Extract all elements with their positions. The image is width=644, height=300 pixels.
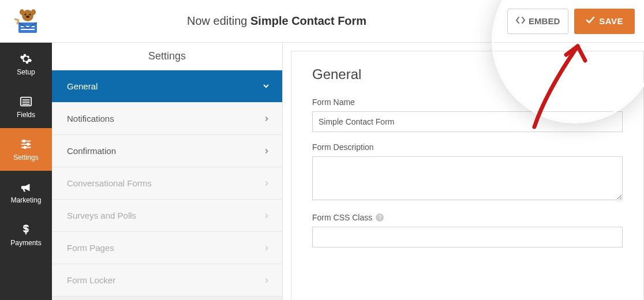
chevron-right-icon: [264, 114, 269, 123]
settings-item-general[interactable]: General: [52, 70, 282, 103]
form-css-class-label: Form CSS Class ?: [312, 213, 623, 222]
svg-point-5: [29, 13, 31, 15]
nav-item-settings[interactable]: Settings: [0, 128, 52, 171]
save-button[interactable]: SAVE: [574, 9, 635, 34]
svg-rect-1: [21, 26, 35, 27]
header-actions: EMBED SAVE: [507, 9, 635, 34]
svg-point-4: [25, 13, 27, 15]
svg-point-16: [23, 140, 25, 142]
chevron-right-icon: [264, 243, 269, 253]
nav-item-payments[interactable]: Payments: [0, 213, 52, 256]
embed-label: EMBED: [529, 16, 560, 26]
sliders-icon: [20, 138, 32, 151]
chevron-right-icon: [264, 179, 269, 188]
help-icon[interactable]: ?: [376, 213, 384, 222]
settings-item-label: Confirmation: [67, 146, 116, 156]
main-content: Setup Fields Settings Marketing Payments: [0, 43, 644, 300]
svg-point-7: [20, 9, 24, 15]
nav-label: Setup: [17, 68, 35, 76]
settings-item-surveys[interactable]: Surveys and Polls: [52, 200, 282, 232]
settings-item-label: Surveys and Polls: [67, 211, 136, 220]
css-class-text: Form CSS Class: [312, 213, 372, 222]
settings-item-label: Conversational Forms: [67, 178, 152, 188]
svg-point-8: [31, 9, 36, 15]
settings-item-label: Form Pages: [67, 243, 114, 253]
gear-icon: [20, 52, 32, 65]
settings-item-label: Form Locker: [67, 275, 115, 285]
settings-item-notifications[interactable]: Notifications: [52, 103, 282, 135]
nav-item-setup[interactable]: Setup: [0, 43, 52, 85]
nav-label: Payments: [10, 239, 41, 247]
save-label: SAVE: [599, 16, 623, 26]
dollar-icon: [20, 223, 32, 236]
settings-item-form-pages[interactable]: Form Pages: [52, 232, 282, 264]
nav-label: Fields: [17, 111, 35, 119]
svg-rect-2: [21, 29, 35, 30]
settings-item-label: General: [67, 81, 98, 91]
svg-point-18: [24, 146, 26, 148]
settings-item-form-locker[interactable]: Form Locker: [52, 264, 282, 297]
chevron-right-icon: [264, 211, 269, 220]
panel-heading: General: [312, 66, 623, 82]
app-logo: [9, 7, 46, 35]
form-description-label: Form Description: [312, 142, 623, 152]
nav-item-marketing[interactable]: Marketing: [0, 171, 52, 213]
settings-sidebar: Settings General Notifications Confirmat…: [52, 43, 283, 300]
app-header: Now editing Simple Contact Form EMBED SA…: [0, 0, 644, 43]
editing-form-title: Simple Contact Form: [250, 14, 366, 27]
code-icon: [516, 16, 525, 27]
settings-item-confirmation[interactable]: Confirmation: [52, 135, 282, 167]
form-name-label: Form Name: [312, 97, 623, 107]
form-name-input[interactable]: [312, 111, 623, 132]
bullhorn-icon: [20, 181, 32, 193]
form-css-class-input[interactable]: [312, 227, 623, 247]
editing-prefix: Now editing: [187, 14, 250, 27]
form-panel-body: General Form Name Form Description Form …: [291, 51, 644, 300]
form-description-input[interactable]: [312, 156, 623, 200]
list-icon: [20, 95, 32, 108]
settings-item-label: Notifications: [67, 114, 114, 123]
chevron-right-icon: [264, 147, 269, 156]
nav-item-fields[interactable]: Fields: [0, 85, 52, 128]
chevron-down-icon: [263, 82, 269, 91]
svg-point-17: [27, 143, 29, 145]
svg-point-6: [26, 16, 29, 18]
nav-label: Marketing: [11, 196, 42, 204]
editing-label: Now editing Simple Contact Form: [46, 14, 507, 28]
form-panel: General Form Name Form Description Form …: [283, 43, 644, 300]
nav-label: Settings: [13, 153, 38, 162]
embed-button[interactable]: EMBED: [507, 9, 568, 34]
settings-sidebar-title: Settings: [52, 43, 282, 70]
chevron-right-icon: [264, 276, 269, 285]
left-nav: Setup Fields Settings Marketing Payments: [0, 43, 52, 300]
check-icon: [586, 16, 595, 27]
settings-item-conversational[interactable]: Conversational Forms: [52, 167, 282, 200]
